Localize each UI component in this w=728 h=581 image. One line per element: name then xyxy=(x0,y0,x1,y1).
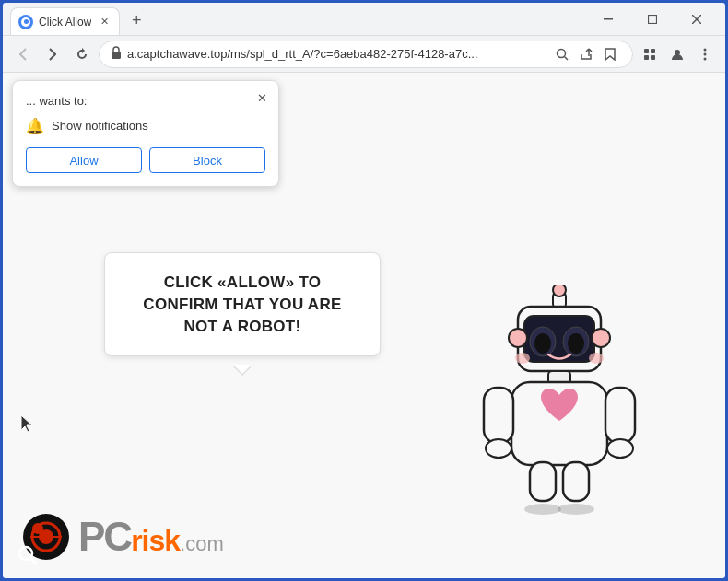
svg-line-47 xyxy=(30,558,36,564)
svg-rect-32 xyxy=(484,388,513,443)
svg-point-34 xyxy=(486,439,511,458)
svg-rect-8 xyxy=(644,49,649,53)
svg-point-29 xyxy=(592,329,610,347)
bubble-text: CLICK «ALLOW» TO CONFIRM THAT YOU ARE NO… xyxy=(143,273,341,335)
tab-favicon xyxy=(18,15,33,29)
active-tab[interactable]: Click Allow ✕ xyxy=(10,7,120,35)
logo-pc-text: PC xyxy=(78,514,131,560)
svg-point-28 xyxy=(509,329,527,347)
search-icon-btn[interactable] xyxy=(551,43,573,65)
back-button[interactable] xyxy=(10,41,36,67)
minimize-button[interactable] xyxy=(587,5,629,34)
popup-wants-label: ... wants to: xyxy=(26,94,265,108)
notification-text: Show notifications xyxy=(52,119,148,133)
svg-point-27 xyxy=(589,353,604,364)
svg-rect-1 xyxy=(649,15,657,23)
favicon-dot xyxy=(24,19,29,24)
speech-bubble: CLICK «ALLOW» TO CONFIRM THAT YOU ARE NO… xyxy=(104,252,381,356)
block-button[interactable]: Block xyxy=(149,147,265,173)
svg-point-15 xyxy=(704,57,707,60)
svg-marker-7 xyxy=(605,49,615,60)
profile-button[interactable] xyxy=(664,41,690,67)
maximize-button[interactable] xyxy=(631,5,674,34)
tab-strip: Click Allow ✕ + xyxy=(10,3,587,35)
logo-dot-com: .com xyxy=(180,532,224,556)
bookmark-icon-btn[interactable] xyxy=(599,43,621,65)
address-text: a.captchawave.top/ms/spl_d_rtt_A/?c=6aeb… xyxy=(127,47,546,61)
svg-rect-37 xyxy=(563,462,589,501)
svg-point-38 xyxy=(524,504,561,515)
address-input[interactable]: a.captchawave.top/ms/spl_d_rtt_A/?c=6aeb… xyxy=(99,41,633,68)
toolbar-icons xyxy=(637,41,718,67)
bell-icon: 🔔 xyxy=(26,117,44,134)
svg-marker-40 xyxy=(21,415,32,432)
address-icons xyxy=(551,43,621,65)
svg-rect-9 xyxy=(651,49,655,53)
allow-button[interactable]: Allow xyxy=(26,147,142,173)
svg-point-26 xyxy=(515,353,530,364)
svg-rect-11 xyxy=(651,55,655,60)
window-controls xyxy=(587,5,718,34)
svg-point-14 xyxy=(704,52,707,55)
svg-rect-33 xyxy=(605,388,635,443)
tab-title: Click Allow xyxy=(39,16,91,29)
svg-point-19 xyxy=(553,285,566,296)
logo-risk-text: risk xyxy=(131,524,180,558)
svg-rect-10 xyxy=(644,55,649,60)
svg-rect-36 xyxy=(530,462,556,501)
cursor xyxy=(19,413,36,438)
svg-point-39 xyxy=(558,504,594,515)
tab-close-button[interactable]: ✕ xyxy=(97,15,112,29)
address-bar: a.captchawave.top/ms/spl_d_rtt_A/?c=6aeb… xyxy=(3,36,725,73)
notification-popup: ✕ ... wants to: 🔔 Show notifications All… xyxy=(12,80,279,187)
menu-button[interactable] xyxy=(692,41,718,67)
title-bar: Click Allow ✕ + xyxy=(3,3,725,36)
page-content: ✕ ... wants to: 🔔 Show notifications All… xyxy=(3,73,725,578)
svg-rect-0 xyxy=(604,18,613,20)
svg-point-44 xyxy=(32,523,43,534)
favicon-inner xyxy=(21,17,30,27)
forward-button[interactable] xyxy=(40,41,65,67)
pcrisk-logo: PC risk .com xyxy=(21,512,224,562)
svg-point-24 xyxy=(534,333,551,354)
lock-icon xyxy=(111,46,122,62)
share-icon-btn[interactable] xyxy=(575,43,597,65)
svg-rect-31 xyxy=(511,382,607,465)
new-tab-button[interactable]: + xyxy=(123,7,149,33)
svg-point-35 xyxy=(607,439,633,458)
browser-window: Click Allow ✕ + xyxy=(3,3,725,578)
popup-close-button[interactable]: ✕ xyxy=(252,88,271,107)
svg-point-5 xyxy=(558,49,566,57)
svg-point-13 xyxy=(704,48,707,51)
close-button[interactable] xyxy=(675,5,718,34)
svg-point-25 xyxy=(568,333,584,354)
svg-line-6 xyxy=(565,56,569,60)
robot-character xyxy=(467,285,652,524)
popup-buttons: Allow Block xyxy=(26,147,265,173)
svg-rect-4 xyxy=(112,52,121,59)
extensions-button[interactable] xyxy=(637,41,663,67)
popup-notification-row: 🔔 Show notifications xyxy=(26,117,265,134)
refresh-button[interactable] xyxy=(69,41,95,67)
